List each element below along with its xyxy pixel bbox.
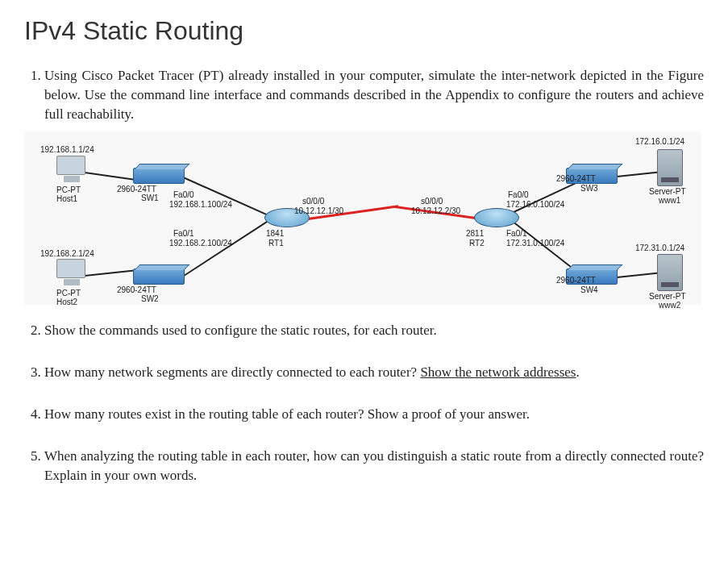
serial-a-ip: 10.12.12.1/30 bbox=[294, 206, 343, 217]
rt1-name: RT1 bbox=[268, 238, 284, 249]
www2-ip: 172.31.0.1/24 bbox=[635, 243, 684, 254]
question-3-link: Show the network addresses bbox=[420, 364, 576, 380]
host1-icon bbox=[56, 156, 87, 183]
rt1-fa00-ip: 192.168.1.100/24 bbox=[169, 199, 232, 210]
sw2-icon bbox=[133, 269, 185, 285]
link-sw3-www1 bbox=[617, 172, 661, 178]
question-3: How many network segments are directly c… bbox=[44, 363, 704, 382]
link-host2-sw2 bbox=[85, 270, 136, 277]
www1-name: www1 bbox=[659, 195, 680, 206]
rt2-name: RT2 bbox=[469, 238, 485, 249]
host2-ip-label: 192.168.2.1/24 bbox=[40, 248, 94, 260]
sw3-name: SW3 bbox=[580, 183, 598, 194]
sw1-icon bbox=[133, 168, 185, 184]
rt2-icon bbox=[474, 208, 519, 227]
www1-ip: 172.16.0.1/24 bbox=[635, 136, 684, 148]
host2-icon bbox=[56, 259, 87, 286]
host1-name: Host1 bbox=[56, 194, 77, 205]
link-host1-sw1 bbox=[85, 172, 136, 181]
question-3-text-c: . bbox=[576, 364, 579, 380]
page-title: IPv4 Static Routing bbox=[24, 16, 704, 46]
www1-icon bbox=[657, 149, 683, 186]
sw1-name: SW1 bbox=[141, 193, 159, 204]
question-3-text-a: How many network segments are directly c… bbox=[44, 364, 420, 380]
network-diagram: 192.168.1.1/24 PC-PT Host1 2960-24TT SW1… bbox=[24, 131, 701, 305]
question-5: When analyzing the routing table in each… bbox=[44, 447, 704, 485]
question-1: Using Cisco Packet Tracer (PT) already i… bbox=[44, 66, 704, 305]
question-4: How many routes exist in the routing tab… bbox=[44, 405, 704, 424]
link-sw1-rt1 bbox=[181, 176, 270, 217]
question-list: Using Cisco Packet Tracer (PT) already i… bbox=[24, 66, 704, 485]
sw2-name: SW2 bbox=[141, 293, 159, 305]
host2-name: Host2 bbox=[56, 297, 77, 308]
link-sw4-www2 bbox=[617, 273, 661, 279]
rt2-fa00-ip: 172.16.0.100/24 bbox=[506, 199, 564, 210]
sw4-name: SW4 bbox=[580, 285, 598, 296]
rt1-fa01-ip: 192.168.2.100/24 bbox=[169, 238, 232, 249]
www2-name: www2 bbox=[659, 300, 680, 311]
rt2-fa01-ip: 172.31.0.100/24 bbox=[506, 238, 564, 249]
question-1-text: Using Cisco Packet Tracer (PT) already i… bbox=[44, 68, 704, 122]
serial-b-ip: 10.12.12.2/30 bbox=[411, 206, 460, 217]
host1-ip-label: 192.168.1.1/24 bbox=[40, 144, 94, 156]
www2-icon bbox=[657, 254, 683, 291]
question-2: Show the commands used to configure the … bbox=[44, 321, 704, 340]
